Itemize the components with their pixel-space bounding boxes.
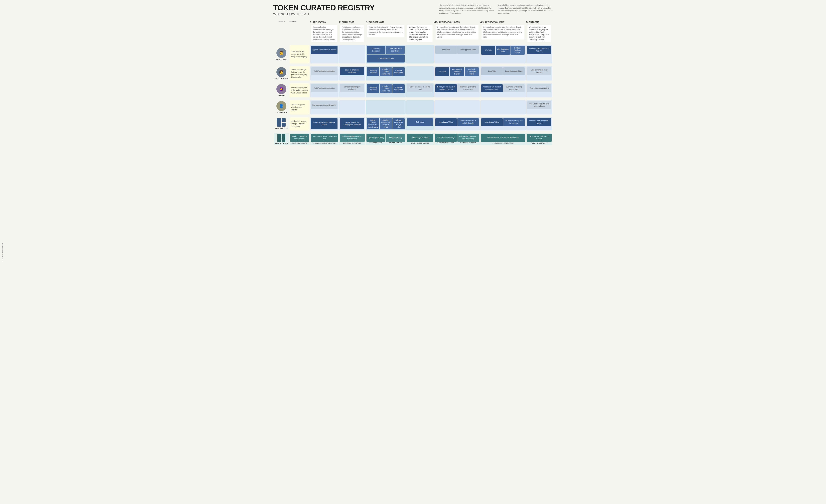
header: TOKEN CURATED REGISTRY WORKFLOW DETAIL T… <box>273 4 553 16</box>
sep4 <box>274 115 552 117</box>
applicant-role-cell: 👨 APPLICANT <box>274 45 289 63</box>
blockchain-voting-cell: Digitally signed voting SECURE VOTING En… <box>366 133 406 145</box>
description-row: Basic application requirements for apply… <box>274 24 552 43</box>
challenger-goal: To keep out listings that may lower the … <box>290 66 309 80</box>
blockchain-nodbl-label: NO DOUBLE VOTING <box>457 142 479 143</box>
header-title-block: TOKEN CURATED REGISTRY WORKFLOW DETAIL <box>273 4 374 16</box>
challenger-audit-box: Audit Applicant's Application <box>311 67 338 75</box>
consumer-vote-cell <box>366 100 406 114</box>
blockchain-escrow-cell: Auto-distribute winnings COMMUNITY ESCRO… <box>434 133 480 145</box>
tcr-random-salt: Random number salt encrypts votes <box>380 118 392 129</box>
desc-challenge: A Challenge may happen. Anyone who can m… <box>339 24 365 43</box>
applicant-vote4-cell <box>406 45 434 63</box>
applicant-lose-stake: Lose Applicant Stake <box>457 46 479 54</box>
challenger-reveal: 2. Reveal secret vote <box>393 67 405 76</box>
challenger-win-vote: Win Vote <box>435 67 449 76</box>
col-challenge-header: 2. CHALLENGE <box>339 20 365 23</box>
challenger-avatar: 👩 <box>277 67 286 77</box>
blockchain-nodbl-box: Poll-specific token use + vote accountin… <box>457 134 479 142</box>
applicant-outcome-box: Winning Applicants added to Registry <box>527 46 551 54</box>
tcr-app-cell: Initiate Application Challenge Period <box>310 117 339 130</box>
blockchain-gov-box: Minimum stakes, time, winner distributio… <box>481 134 525 142</box>
col-goals-header: GOALS <box>290 20 309 23</box>
challenger-vote-cell: Community Discussion 1. Stake + Commit s… <box>366 66 406 80</box>
blockchain-pub-cell: Transparent audit trail of curation PUBL… <box>526 133 552 145</box>
voter-challenge-cell: Consider Challenger's Challenge <box>339 83 365 98</box>
blockchain-community-registry-label: COMMUNITY REGISTRY <box>290 142 309 144</box>
consumer-app-cell: Can observe community activity <box>310 100 339 114</box>
blockchain-share-box: Token-weighted voting <box>407 134 433 142</box>
applicant-avatar: 👨 <box>277 48 286 58</box>
col-face-off-header: 3. FACE OFF VOTE <box>366 20 434 23</box>
tcr-icon <box>277 118 286 127</box>
tcr-initiate-faceoff: Initiate Faceoff b/w Challenger & Applic… <box>340 118 364 129</box>
tcr-goal: Applications, Active Voting & Registry C… <box>290 117 309 130</box>
voter-win-tokens-back: Everyone gets voting tokens back <box>503 84 525 92</box>
tcr-outcome-cell: Announce new listing in the Registry <box>526 117 552 130</box>
challenger-role-cell: 👩 CHALLENGER <box>274 66 289 80</box>
blockchain-staking-box: Staking incentivizes careful considerati… <box>340 134 364 142</box>
challenger-row: 👩 CHALLENGER To keep out listings that m… <box>274 66 552 80</box>
consumer-goal: To learn of quality ICOs from the Regist… <box>290 100 309 114</box>
sep3 <box>274 98 552 100</box>
consumer-role-cell: 👤 CONSUMER <box>274 100 289 114</box>
blockchain-sealed-label: SEALED VOTING <box>386 142 405 143</box>
voter-audit-box: Audit Applicant's Application <box>311 84 338 92</box>
blockchain-pub-box: Transparent audit trail of curation <box>527 134 551 142</box>
voter-outcome-cell: Vote outcomes are public <box>526 83 552 98</box>
applicant-stake-commit: 1. Stake + Commit secret vote <box>386 46 405 54</box>
sep2 <box>274 81 552 83</box>
blockchain-sealed-box: Encrypted voting <box>386 134 405 142</box>
blockchain-staking-cell: Staking incentivizes careful considerati… <box>339 133 365 145</box>
blockchain-share-cell: Token-weighted voting SHARE-BASED VOTING <box>406 133 434 145</box>
challenger-comm-disc: Community Discussion <box>367 67 379 76</box>
desc-application: Basic application requirements for apply… <box>310 24 339 43</box>
desc-face-off1: Voting is a 2-step Commit + Reveal proce… <box>366 24 406 43</box>
col-application-header: 1. APPLICATION <box>310 20 339 23</box>
sep1 <box>274 64 552 66</box>
blockchain-secure-label: SECURE VOTING <box>366 142 386 143</box>
consumer-avatar: 👤 <box>277 101 286 111</box>
applicant-lose-vote: Lose Vote <box>435 46 457 54</box>
consumer-row: 👤 CONSUMER To learn of quality ICOs from… <box>274 100 552 114</box>
applicant-win-cell: Win Vote Win Challenger Stake Get back A… <box>480 45 526 63</box>
voter-role-cell: 🧕 VOTER <box>274 83 289 98</box>
col-users-header: USERS <box>274 20 289 23</box>
applicant-label: APPLICANT <box>276 59 287 61</box>
tcr-challenge-cell: Initiate Faceoff b/w Challenger & Applic… <box>339 117 365 130</box>
tcr-tally: Tally votes <box>407 118 433 126</box>
challenger-outcome-box: Losers may also be of interest <box>527 67 551 75</box>
voter-reveal: 2. Reveal secret vote <box>393 84 405 93</box>
challenger-lose-cell: Win Vote Win Share of Applicant Deposit … <box>434 66 480 80</box>
voter-label: VOTER <box>278 94 285 97</box>
applicant-win-app-stake: Get back Applicant Stake <box>511 46 524 55</box>
applicant-outcome-cell: Winning Applicants added to Registry <box>526 45 552 63</box>
blockchain-goal-cell: Registry curated by token holders COMMUN… <box>290 133 309 145</box>
blockchain-secure-box: Digitally signed voting <box>366 134 386 142</box>
blockchain-gov-cell: Minimum stakes, time, winner distributio… <box>480 133 526 145</box>
desc-face-off2: Voting can be 1 vote per token in multip… <box>406 24 434 43</box>
challenger-stake-commit: 1. Stake + Commit secret vote <box>380 67 392 76</box>
consumer-challenge-cell <box>339 100 365 114</box>
voter-comm-disc: Community Discussion <box>367 84 379 93</box>
applicant-community-disc: Community Discussion <box>367 46 386 54</box>
voter-win-cell: Yeasayers win share of Challenger Stake … <box>480 83 526 98</box>
blockchain-token-box: Use tokens to apply, challenge & vote <box>311 134 338 142</box>
blockchain-staking-label: STAKING & INCENTIVES <box>340 142 364 144</box>
tcr-label: TCR SYSTEM <box>275 127 288 129</box>
voter-avatar: 🧕 <box>277 84 286 94</box>
consumer-win-cell <box>480 100 526 114</box>
challenger-lose-vote: Lose Vote <box>481 67 503 75</box>
blockchain-role-cell: BLOCKCHAIN <box>274 133 289 145</box>
applicant-goal: Credibility for his company's ICO by bei… <box>290 45 309 63</box>
voter-outcome-box: Vote outcomes are public <box>527 84 551 92</box>
challenger-get-back: Get back Challenger Stake <box>465 67 479 76</box>
blockchain-pub-label: PUBLIC & AUDITABLE <box>527 142 551 144</box>
applicant-win-vote: Win Vote <box>481 46 495 55</box>
blockchain-label: BLOCKCHAIN <box>275 142 288 144</box>
tcr-salts-revealed: Salts are revealed to decrypt votes <box>393 118 405 129</box>
challenger-outcome-cell: Losers may also be of interest <box>526 66 552 80</box>
voter-naysayers: Naysayers win share of Applicant Deposit <box>435 84 457 92</box>
applicant-reveal: 2. Reveal secret vote <box>367 55 405 63</box>
tcr-members-vote: Members may vote in multiple faceoffs <box>457 118 479 126</box>
